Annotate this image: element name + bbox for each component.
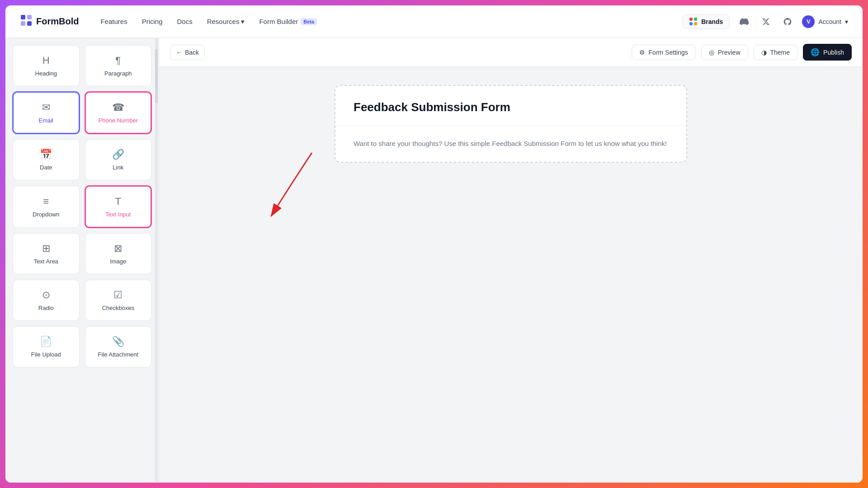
theme-button[interactable]: ◑ Theme	[754, 45, 798, 60]
checkboxes-label: Checkboxes	[102, 305, 134, 311]
preview-label: Preview	[718, 49, 741, 56]
red-arrow-svg	[194, 144, 339, 234]
link-icon: 🔗	[112, 149, 124, 160]
twitter-icon[interactable]	[759, 14, 773, 29]
svg-rect-3	[27, 21, 32, 26]
brands-button[interactable]: Brands	[683, 14, 730, 29]
sidebar-item-date[interactable]: 📅Date	[13, 139, 80, 180]
checkboxes-icon: ☑	[113, 289, 123, 301]
form-description-section: Want to share your thoughts? Use this si…	[335, 126, 686, 162]
arrow-left-icon: ←	[176, 49, 182, 56]
sidebar-scrollbar-track[interactable]	[155, 38, 158, 483]
svg-rect-2	[21, 21, 25, 26]
heading-label: Heading	[35, 70, 57, 77]
brands-dot-red	[689, 18, 693, 21]
back-button[interactable]: ← Back	[170, 45, 205, 60]
file-upload-icon: 📄	[40, 336, 52, 347]
main-layout: HHeading¶Paragraph✉Email☎Phone Number📅Da…	[5, 38, 863, 483]
form-canvas: Feedback Submission Form Want to share y…	[335, 85, 687, 465]
form-canvas-area[interactable]: Feedback Submission Form Want to share y…	[159, 67, 863, 483]
paragraph-icon: ¶	[115, 55, 121, 66]
radio-icon: ⊙	[42, 289, 50, 301]
settings-icon: ⚙	[639, 49, 645, 56]
sidebar-item-heading[interactable]: HHeading	[13, 45, 80, 86]
svg-rect-1	[27, 15, 32, 19]
discord-icon[interactable]	[737, 14, 751, 29]
form-outer: Feedback Submission Form Want to share y…	[335, 85, 687, 163]
nav-docs[interactable]: Docs	[177, 18, 193, 25]
sidebar-item-text-area[interactable]: ⊞Text Area	[13, 233, 80, 274]
form-title-section: Feedback Submission Form	[335, 86, 686, 126]
brands-label: Brands	[701, 18, 723, 25]
nav-right: Brands V Account ▾	[683, 14, 848, 29]
email-icon: ✉	[42, 102, 50, 113]
sidebar-item-dropdown[interactable]: ≡Dropdown	[13, 186, 80, 228]
file-attachment-label: File Attachment	[98, 351, 138, 358]
publish-button[interactable]: 🌐 Publish	[803, 44, 852, 61]
app-container: FormBold Features Pricing Docs Resources…	[5, 5, 863, 483]
account-chevron-icon: ▾	[845, 18, 848, 25]
sidebar-grid: HHeading¶Paragraph✉Email☎Phone Number📅Da…	[13, 45, 151, 367]
brands-dot-blue	[689, 22, 693, 25]
sidebar-item-file-upload[interactable]: 📄File Upload	[13, 326, 80, 367]
navbar: FormBold Features Pricing Docs Resources…	[5, 5, 863, 38]
logo[interactable]: FormBold	[20, 14, 79, 29]
form-settings-label: Form Settings	[649, 49, 688, 56]
sidebar-item-radio[interactable]: ⊙Radio	[13, 280, 80, 321]
publish-icon: 🌐	[811, 48, 820, 56]
nav-links: Features Pricing Docs Resources ▾ Form B…	[100, 18, 683, 26]
github-icon[interactable]	[780, 14, 795, 29]
image-icon: ⊠	[114, 243, 122, 254]
preview-button[interactable]: ◎ Preview	[701, 45, 748, 60]
theme-icon: ◑	[761, 49, 767, 56]
date-label: Date	[40, 164, 52, 171]
form-title: Feedback Submission Form	[354, 100, 668, 114]
beta-badge: Beta	[301, 18, 317, 25]
account-label: Account	[818, 18, 841, 25]
nav-pricing[interactable]: Pricing	[142, 18, 163, 25]
file-attachment-icon: 📎	[112, 336, 124, 347]
file-upload-label: File Upload	[31, 351, 61, 358]
text-input-icon: T	[115, 196, 121, 207]
sidebar: HHeading¶Paragraph✉Email☎Phone Number📅Da…	[5, 38, 159, 483]
nav-form-builder[interactable]: Form Builder Beta	[259, 18, 317, 25]
date-icon: 📅	[40, 149, 52, 160]
brands-dot-green	[694, 18, 697, 21]
image-label: Image	[110, 258, 126, 265]
brands-grid-icon	[689, 18, 698, 26]
sidebar-item-text-input[interactable]: TText Input	[85, 186, 152, 228]
logo-text: FormBold	[36, 16, 79, 27]
sidebar-item-file-attachment[interactable]: 📎File Attachment	[85, 326, 152, 367]
text-area-label: Text Area	[34, 258, 58, 265]
sidebar-item-paragraph[interactable]: ¶Paragraph	[85, 45, 152, 86]
nav-resources[interactable]: Resources ▾	[207, 18, 245, 26]
sidebar-item-link[interactable]: 🔗Link	[85, 139, 152, 180]
chevron-down-icon: ▾	[241, 18, 245, 26]
sidebar-item-image[interactable]: ⊠Image	[85, 233, 152, 274]
preview-icon: ◎	[709, 49, 714, 56]
link-label: Link	[113, 164, 123, 171]
text-input-label: Text Input	[105, 211, 131, 218]
dropdown-icon: ≡	[43, 196, 49, 207]
sidebar-scrollbar-thumb	[155, 49, 158, 103]
dropdown-label: Dropdown	[33, 211, 59, 218]
text-area-icon: ⊞	[42, 243, 50, 254]
radio-label: Radio	[38, 305, 54, 311]
email-label: Email	[38, 117, 53, 124]
sidebar-item-email[interactable]: ✉Email	[13, 92, 80, 134]
form-settings-button[interactable]: ⚙ Form Settings	[632, 45, 696, 60]
brands-dot-yellow	[694, 22, 697, 25]
nav-features[interactable]: Features	[100, 18, 127, 25]
logo-icon	[20, 14, 33, 29]
toolbar: ← Back ⚙ Form Settings ◎ Preview ◑ Theme	[159, 38, 863, 67]
publish-label: Publish	[823, 49, 844, 56]
sidebar-item-phone-number[interactable]: ☎Phone Number	[85, 92, 152, 134]
phone-number-icon: ☎	[112, 102, 124, 113]
theme-label: Theme	[770, 49, 790, 56]
content-area: ← Back ⚙ Form Settings ◎ Preview ◑ Theme	[159, 38, 863, 483]
sidebar-item-checkboxes[interactable]: ☑Checkboxes	[85, 280, 152, 321]
account-button[interactable]: V Account ▾	[802, 15, 848, 28]
svg-rect-0	[21, 15, 25, 19]
heading-icon: H	[42, 55, 50, 66]
paragraph-label: Paragraph	[104, 70, 132, 77]
